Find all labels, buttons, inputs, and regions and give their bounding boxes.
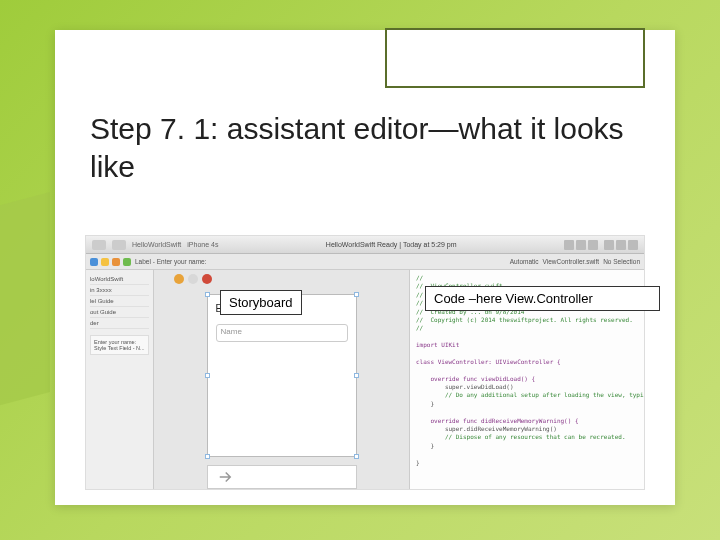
code-line: override func viewDidLoad() { (416, 375, 535, 382)
xcode-toolbar: HelloWorldSwift iPhone 4s HelloWorldSwif… (86, 236, 644, 254)
background-decoration (0, 192, 50, 408)
code-line: } (416, 459, 420, 466)
code-line: super.didReceiveMemoryWarning() (416, 425, 557, 432)
jump-bar-label: Label - Enter your name: (135, 258, 207, 265)
scheme-label: HelloWorldSwift (132, 241, 181, 248)
code-line: // Do any additional setup after loading… (416, 391, 644, 398)
dot-icon (202, 274, 212, 284)
assistant-file: ViewController.swift (543, 258, 600, 265)
nav-item: lel Guide (90, 296, 149, 307)
navigator-pane: loWorldSwift in 3xxxx lel Guide out Guid… (86, 270, 154, 489)
phone-mockup: Enter your name: Name (207, 294, 357, 457)
dot-icon (188, 274, 198, 284)
arrow-right-icon (216, 468, 234, 486)
view-pane-buttons (604, 240, 638, 250)
slide-title: Step 7. 1: assistant editor—what it look… (90, 110, 650, 185)
callout-code: Code –here View.Controller (425, 286, 660, 311)
run-button-icon (92, 240, 106, 250)
nav-item: der (90, 318, 149, 329)
editor-mode-buttons (564, 240, 598, 250)
test-icon (123, 258, 131, 266)
outline-inspector: Enter your name: Style Text Field - N... (90, 335, 149, 355)
selection-handle (205, 292, 210, 297)
code-line: // Copyright (c) 2014 theswiftproject. A… (416, 316, 633, 323)
canvas-tool-dots (174, 274, 212, 284)
warning-icon (101, 258, 109, 266)
device-label: iPhone 4s (187, 241, 218, 248)
nav-item: in 3xxxx (90, 285, 149, 296)
code-line: // (416, 274, 423, 281)
breakpoint-icon (112, 258, 120, 266)
code-line: import UIKit (416, 341, 459, 348)
code-line: override func didReceiveMemoryWarning() … (416, 417, 579, 424)
code-line: } (416, 442, 434, 449)
stop-button-icon (112, 240, 126, 250)
selection-handle (205, 454, 210, 459)
code-line: // (416, 299, 423, 306)
code-line: class ViewController: UIViewController { (416, 358, 561, 365)
assistant-selection: No Selection (603, 258, 640, 265)
next-scene-arrow (207, 465, 357, 489)
insp-row: Style Text Field - N... (94, 345, 145, 351)
textfield-placeholder: Name (216, 324, 348, 342)
selection-handle (354, 373, 359, 378)
code-line: super.viewDidLoad() (416, 383, 514, 390)
nav-item: out Guide (90, 307, 149, 318)
code-line: } (416, 400, 434, 407)
corner-decoration (385, 28, 645, 88)
assistant-mode: Automatic (510, 258, 539, 265)
status-bar: HelloWorldSwift Ready | Today at 5:29 pm (224, 241, 558, 248)
xcode-screenshot: HelloWorldSwift iPhone 4s HelloWorldSwif… (85, 235, 645, 490)
selection-handle (354, 454, 359, 459)
selection-handle (354, 292, 359, 297)
jump-bar: Label - Enter your name: Automatic ViewC… (86, 254, 644, 270)
callout-storyboard: Storyboard (220, 290, 302, 315)
nav-item: loWorldSwift (90, 274, 149, 285)
code-line: // (416, 324, 423, 331)
slide-card: Step 7. 1: assistant editor—what it look… (55, 30, 675, 505)
dot-icon (174, 274, 184, 284)
folder-icon (90, 258, 98, 266)
selection-handle (205, 373, 210, 378)
code-line: // Dispose of any resources that can be … (416, 433, 626, 440)
nav-icons (90, 258, 131, 266)
